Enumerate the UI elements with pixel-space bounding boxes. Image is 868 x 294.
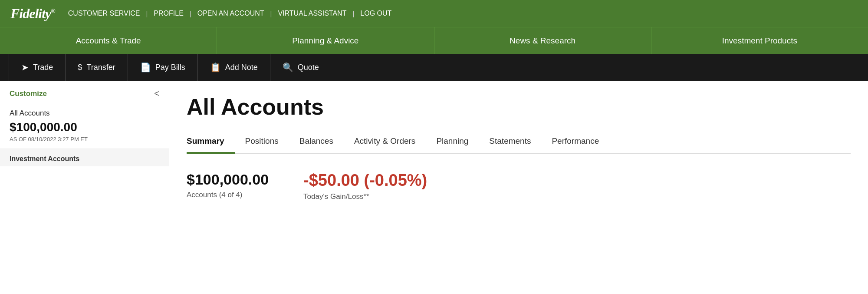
nav-planning-advice[interactable]: Planning & Advice (217, 27, 434, 54)
gain-loss-value: -$50.00 (-0.05%) (303, 171, 427, 190)
sidebar: Customize < All Accounts $100,000.00 AS … (0, 81, 169, 294)
nav-news-research[interactable]: News & Research (434, 27, 651, 54)
balance-col: $100,000.00 Accounts (4 of 4) (187, 171, 269, 199)
sidebar-asof: AS OF 08/10/2022 3:27 PM ET (10, 136, 159, 142)
sidebar-investment-accounts: Investment Accounts (0, 149, 169, 166)
collapse-button[interactable]: < (154, 89, 159, 99)
pay-bills-icon: 📄 (140, 62, 151, 73)
add-note-button[interactable]: 📋 Add Note (198, 54, 270, 81)
sub-nav: ➤ Trade $ Transfer 📄 Pay Bills 📋 Add Not… (0, 54, 868, 81)
nav-investment-products[interactable]: Investment Products (651, 27, 868, 54)
tab-planning[interactable]: Planning (426, 132, 479, 154)
add-note-icon: 📋 (210, 62, 221, 73)
sep-2: | (190, 10, 191, 17)
sidebar-all-accounts: All Accounts $100,000.00 AS OF 08/10/202… (0, 103, 169, 149)
main-panel: All Accounts Summary Positions Balances … (169, 81, 868, 294)
transfer-button[interactable]: $ Transfer (66, 54, 128, 81)
page-title: All Accounts (187, 94, 851, 120)
sidebar-header: Customize < (0, 81, 169, 103)
top-bar: Fidelity® CUSTOMER SERVICE | PROFILE | O… (0, 0, 868, 27)
fidelity-logo: Fidelity® (10, 6, 55, 22)
virtual-assistant-link[interactable]: VIRTUAL ASSISTANT (278, 10, 346, 17)
tab-summary[interactable]: Summary (187, 132, 235, 154)
nav-accounts-trade[interactable]: Accounts & Trade (0, 27, 217, 54)
tab-activity-orders[interactable]: Activity & Orders (344, 132, 426, 154)
quote-button[interactable]: 🔍 Quote (270, 54, 331, 81)
sep-3: | (270, 10, 272, 17)
search-icon: 🔍 (283, 62, 293, 73)
sidebar-balance: $100,000.00 (10, 120, 159, 134)
tab-statements[interactable]: Statements (479, 132, 541, 154)
main-nav: Accounts & Trade Planning & Advice News … (0, 27, 868, 54)
content-area: Customize < All Accounts $100,000.00 AS … (0, 81, 868, 294)
gain-loss-label: Today's Gain/Loss** (303, 192, 427, 201)
top-nav: CUSTOMER SERVICE | PROFILE | OPEN AN ACC… (68, 10, 392, 17)
profile-link[interactable]: PROFILE (154, 10, 183, 17)
tabs: Summary Positions Balances Activity & Or… (187, 132, 851, 154)
trade-icon: ➤ (21, 62, 29, 73)
sidebar-account-name: All Accounts (10, 109, 159, 118)
balance-label: Accounts (4 of 4) (187, 191, 269, 199)
customize-link[interactable]: Customize (10, 89, 47, 98)
summary-section: $100,000.00 Accounts (4 of 4) -$50.00 (-… (187, 167, 851, 201)
tab-balances[interactable]: Balances (289, 132, 344, 154)
tab-positions[interactable]: Positions (235, 132, 289, 154)
gain-loss-col: -$50.00 (-0.05%) Today's Gain/Loss** (303, 171, 427, 201)
sep-1: | (146, 10, 148, 17)
tab-performance[interactable]: Performance (541, 132, 609, 154)
customer-service-link[interactable]: CUSTOMER SERVICE (68, 10, 140, 17)
total-balance-value: $100,000.00 (187, 171, 269, 188)
sep-4: | (352, 10, 354, 17)
open-account-link[interactable]: OPEN AN ACCOUNT (197, 10, 264, 17)
transfer-icon: $ (78, 63, 82, 72)
trade-button[interactable]: ➤ Trade (9, 54, 66, 81)
log-out-link[interactable]: LOG OUT (360, 10, 391, 17)
pay-bills-button[interactable]: 📄 Pay Bills (128, 54, 198, 81)
